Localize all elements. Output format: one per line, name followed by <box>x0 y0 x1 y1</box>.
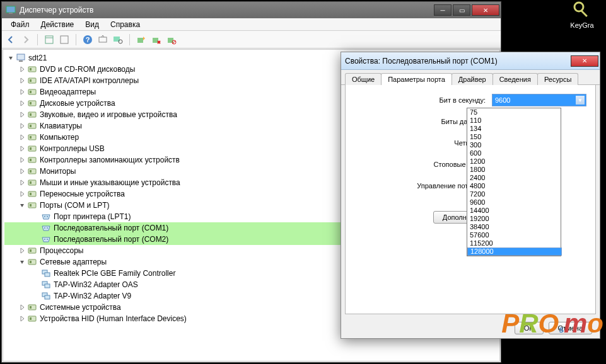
baud-option[interactable]: 2400 <box>467 174 561 182</box>
svg-rect-12 <box>137 38 143 43</box>
baud-option[interactable]: 14400 <box>467 207 561 215</box>
tree-twisty-icon <box>18 258 26 266</box>
tree-twisty-icon <box>32 281 40 288</box>
svg-rect-17 <box>17 54 25 60</box>
desktop-shortcut-label: KeyGra <box>563 21 601 29</box>
tree-twisty-icon <box>18 100 26 107</box>
svg-rect-9 <box>99 37 107 42</box>
tree-node-label: Контроллеры USB <box>40 144 105 153</box>
svg-rect-30 <box>30 125 32 127</box>
svg-rect-56 <box>45 273 50 276</box>
tree-twisty-icon <box>18 156 26 164</box>
disable-icon[interactable] <box>166 35 177 45</box>
device-icon <box>27 144 37 154</box>
baud-option[interactable]: 4800 <box>467 182 561 190</box>
baud-option[interactable]: 1200 <box>467 157 561 166</box>
svg-rect-64 <box>30 317 32 320</box>
key-icon <box>572 0 592 20</box>
device-icon <box>41 223 51 233</box>
baud-option[interactable]: 150 <box>467 133 561 141</box>
baud-option[interactable]: 128000 <box>467 247 562 256</box>
help-icon[interactable]: ? <box>83 35 93 45</box>
baud-option[interactable]: 115200 <box>467 239 561 247</box>
device-icon <box>27 246 37 256</box>
dialog-titlebar[interactable]: Свойства: Последовательный порт (COM1) ✕ <box>341 52 600 70</box>
titlebar[interactable]: Диспетчер устройств ─ ▭ ✕ <box>2 2 501 18</box>
svg-rect-53 <box>28 259 36 264</box>
device-icon <box>27 166 37 176</box>
baud-option[interactable]: 600 <box>467 149 561 157</box>
baud-option[interactable]: 7200 <box>467 190 561 198</box>
baud-select[interactable]: 9600 ▼ <box>492 94 586 106</box>
desktop-shortcut[interactable]: KeyGra <box>563 0 601 29</box>
device-icon <box>41 268 51 278</box>
chevron-down-icon: ▼ <box>576 96 585 105</box>
tree-twisty-icon <box>18 315 26 322</box>
baud-option[interactable]: 300 <box>467 141 561 149</box>
tree-node-label: Realtek PCIe GBE Family Controller <box>54 269 175 278</box>
svg-rect-33 <box>28 146 36 151</box>
tab-resources[interactable]: Ресурсы <box>537 73 578 85</box>
baud-option[interactable]: 1800 <box>467 166 561 174</box>
forward-icon[interactable] <box>21 35 31 45</box>
show-hide-icon[interactable] <box>44 35 54 45</box>
tree-node-label: Порт принтера (LPT1) <box>54 212 131 221</box>
scan-icon[interactable] <box>113 35 123 45</box>
tab-details[interactable]: Сведения <box>492 73 538 85</box>
svg-point-46 <box>47 216 48 217</box>
svg-rect-35 <box>28 157 36 162</box>
tree-node-label: Системные устройства <box>40 303 121 312</box>
tree-node-label: Сетевые адаптеры <box>40 258 107 266</box>
tree-node-label: Видеоадаптеры <box>40 88 96 96</box>
baud-dropdown[interactable]: 7511013415030060012001800240048007200960… <box>467 108 561 256</box>
menu-help[interactable]: Справка <box>105 19 145 30</box>
baud-option[interactable]: 134 <box>467 125 561 133</box>
back-icon[interactable] <box>6 35 16 45</box>
device-icon <box>27 121 37 131</box>
baud-option[interactable]: 110 <box>467 117 561 125</box>
svg-rect-23 <box>28 89 36 94</box>
svg-rect-29 <box>28 123 36 128</box>
baud-option[interactable]: 19200 <box>467 215 561 223</box>
window-title: Диспетчер устройств <box>20 6 93 14</box>
device-icon <box>27 64 37 74</box>
tree-twisty-icon <box>18 77 26 84</box>
svg-rect-14 <box>168 38 173 43</box>
tree-twisty-icon <box>18 65 26 73</box>
svg-rect-26 <box>30 102 32 105</box>
tree-twisty-icon <box>18 179 26 186</box>
tab-port-params[interactable]: Параметры порта <box>381 73 452 85</box>
baud-option[interactable]: 57600 <box>467 231 561 239</box>
tree-node-label: Компьютер <box>40 133 79 142</box>
device-icon <box>27 87 37 97</box>
svg-rect-44 <box>30 204 32 207</box>
maximize-button[interactable]: ▭ <box>453 4 470 16</box>
svg-point-0 <box>574 3 583 11</box>
tree-twisty-icon <box>18 145 26 152</box>
svg-rect-40 <box>30 181 32 184</box>
svg-rect-36 <box>30 159 32 161</box>
properties-icon[interactable] <box>59 35 69 45</box>
update-driver-icon[interactable] <box>136 35 146 45</box>
svg-rect-37 <box>28 169 36 174</box>
tree-node-label: Устройства HID (Human Interface Devices) <box>40 314 187 323</box>
tree-node-label: Мониторы <box>40 167 76 176</box>
device-icon <box>27 189 37 199</box>
tab-driver[interactable]: Драйвер <box>452 73 493 85</box>
close-button[interactable]: ✕ <box>472 4 499 16</box>
baud-option[interactable]: 75 <box>467 108 561 117</box>
tab-general[interactable]: Общие <box>345 73 382 85</box>
tree-node-label: TAP-Win32 Adapter V9 <box>54 292 131 300</box>
baud-option[interactable]: 9600 <box>467 198 561 207</box>
action-icon[interactable] <box>98 35 108 45</box>
dialog-close-button[interactable]: ✕ <box>571 55 598 67</box>
menu-view[interactable]: Вид <box>80 19 104 30</box>
minimize-button[interactable]: ─ <box>434 4 452 16</box>
uninstall-icon[interactable] <box>151 35 161 45</box>
svg-point-48 <box>47 227 48 229</box>
menu-file[interactable]: Файл <box>6 19 35 30</box>
tree-twisty-icon <box>18 202 26 209</box>
menu-action[interactable]: Действие <box>36 19 79 30</box>
svg-point-47 <box>44 227 45 229</box>
baud-option[interactable]: 38400 <box>467 223 561 231</box>
